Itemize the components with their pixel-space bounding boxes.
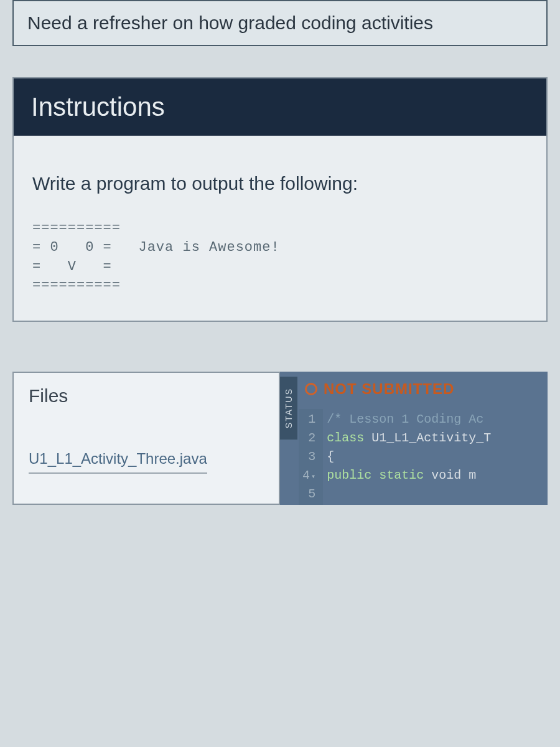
line-gutter: 1 2 3 4▾ 5 xyxy=(299,409,323,505)
fold-marker-icon[interactable]: ▾ xyxy=(311,472,315,481)
code-editor[interactable]: 1 2 3 4▾ 5 /* Lesson 1 Coding Ac class U… xyxy=(299,409,548,505)
sample-line: = 0 0 = Java is Awesome! xyxy=(32,240,280,255)
code-token-classname: U1_L1_Activity_T xyxy=(364,431,491,445)
status-circle-icon xyxy=(305,383,317,395)
editor-main: NOT SUBMITTED 1 2 3 4▾ 5 /* Lesson 1 Cod… xyxy=(299,372,548,505)
code-token: void m xyxy=(424,468,476,482)
status-tab[interactable]: STATUS xyxy=(280,377,297,439)
ide-row: Files U1_L1_Activity_Three.java STATUS N… xyxy=(12,372,548,505)
code-token-keyword: public static xyxy=(327,468,424,482)
sample-line: ========== xyxy=(32,220,121,236)
code-lines[interactable]: /* Lesson 1 Coding Ac class U1_L1_Activi… xyxy=(323,409,495,505)
code-token-keyword: class xyxy=(327,431,364,445)
line-number: 1 xyxy=(302,410,315,429)
editor-panel: STATUS NOT SUBMITTED 1 2 3 4▾ 5 /* Lesso… xyxy=(280,372,548,505)
instructions-prompt: Write a program to output the following: xyxy=(32,173,528,194)
line-number: 2 xyxy=(302,429,315,448)
instructions-panel: Instructions Write a program to output t… xyxy=(12,77,548,322)
refresher-banner-text: Need a refresher on how graded coding ac… xyxy=(27,12,433,33)
files-heading: Files xyxy=(29,385,264,406)
line-number: 4▾ xyxy=(302,466,315,485)
instructions-heading: Instructions xyxy=(14,78,546,136)
instructions-body: Write a program to output the following:… xyxy=(14,136,546,321)
expected-output-sample: ========== = 0 0 = Java is Awesome! = V … xyxy=(32,219,528,296)
sample-line: ========== xyxy=(32,278,121,293)
line-number: 5 xyxy=(302,485,315,504)
refresher-banner[interactable]: Need a refresher on how graded coding ac… xyxy=(12,0,548,46)
code-token-brace: { xyxy=(327,448,491,466)
status-text: NOT SUBMITTED xyxy=(324,380,454,398)
file-item[interactable]: U1_L1_Activity_Three.java xyxy=(29,450,207,474)
code-token-comment: /* Lesson 1 Coding Ac xyxy=(327,412,483,426)
submission-status: NOT SUBMITTED xyxy=(299,372,548,409)
files-panel: Files U1_L1_Activity_Three.java xyxy=(12,372,280,505)
sample-line: = V = xyxy=(32,259,112,275)
line-number: 3 xyxy=(302,448,315,466)
